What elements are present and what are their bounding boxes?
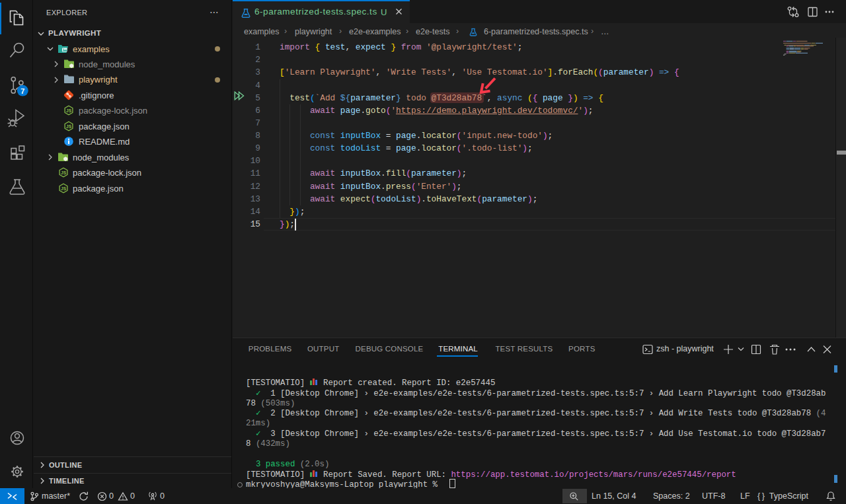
svg-text:JS: JS — [61, 170, 67, 175]
svg-text:JS: JS — [66, 108, 72, 113]
svg-text:JS: JS — [66, 124, 72, 129]
svg-text:JS: JS — [61, 186, 67, 191]
svg-text:7: 7 — [20, 87, 24, 95]
